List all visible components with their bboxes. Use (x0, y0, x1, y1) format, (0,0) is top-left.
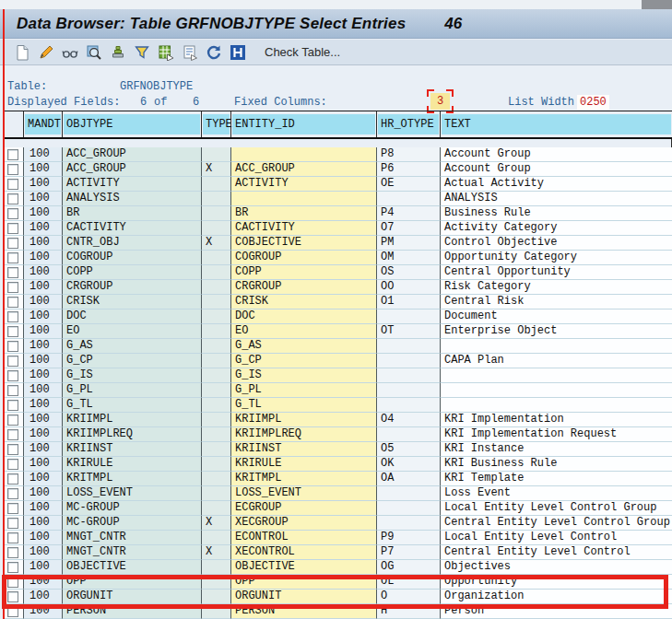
cell-type[interactable] (202, 457, 231, 472)
cell-text[interactable]: Control Objective (441, 236, 672, 251)
row-select-cell[interactable] (4, 206, 24, 221)
row-select-cell[interactable] (4, 604, 24, 619)
cell-type[interactable] (202, 368, 231, 383)
cell-mandt[interactable]: 100 (24, 398, 63, 413)
cell-objtype[interactable]: G_IS (63, 368, 202, 383)
export-spreadsheet-icon[interactable] (157, 43, 174, 61)
cell-entity_id[interactable]: ORGUNIT (231, 590, 377, 604)
cell-type[interactable] (202, 265, 231, 280)
row-checkbox[interactable] (7, 356, 18, 367)
cell-text[interactable] (441, 368, 672, 383)
cell-mandt[interactable]: 100 (24, 442, 63, 457)
column-header-type[interactable]: TYPE (202, 111, 231, 137)
cell-hr_otype[interactable]: O5 (377, 442, 441, 457)
cell-text[interactable] (441, 383, 672, 398)
row-select-cell[interactable] (4, 501, 24, 516)
help-info-icon[interactable] (229, 43, 246, 61)
cell-entity_id[interactable]: PERSON (231, 604, 377, 619)
table-row[interactable]: 100KRIIMPLREQKRIIMPLREQKRI Implementatio… (4, 427, 672, 442)
column-header-text[interactable]: TEXT (441, 111, 672, 137)
cell-mandt[interactable]: 100 (24, 486, 63, 501)
row-select-cell[interactable] (4, 531, 24, 545)
row-checkbox[interactable] (7, 400, 18, 411)
row-checkbox[interactable] (7, 473, 18, 485)
cell-mandt[interactable]: 100 (24, 427, 63, 442)
cell-mandt[interactable]: 100 (24, 295, 63, 310)
cell-text[interactable] (441, 339, 672, 354)
cell-objtype[interactable]: OPP (63, 575, 202, 590)
row-select-cell[interactable] (4, 265, 24, 280)
cell-entity_id[interactable]: KRIIMPLREQ (231, 427, 377, 442)
cell-hr_otype[interactable] (377, 501, 441, 516)
row-select-cell[interactable] (4, 147, 24, 162)
table-row[interactable]: 100KRIRULEKRIRULEOKKRI Business Rule (4, 457, 672, 472)
row-select-cell[interactable] (4, 280, 24, 295)
cell-entity_id[interactable]: XECGROUP (231, 516, 377, 531)
cell-text[interactable]: KRI Template (441, 472, 672, 486)
cell-entity_id[interactable]: OBJECTIVE (231, 560, 377, 575)
edit-pencil-icon[interactable] (37, 43, 54, 61)
cell-hr_otype[interactable]: O7 (377, 221, 441, 236)
cell-objtype[interactable]: COGROUP (63, 251, 202, 265)
check-table-button[interactable]: Check Table... (265, 45, 340, 59)
row-checkbox[interactable] (7, 370, 18, 381)
cell-type[interactable] (202, 251, 231, 265)
cell-hr_otype[interactable]: P6 (377, 162, 441, 177)
table-row[interactable]: 100LOSS_EVENTLOSS_EVENTLoss Event (4, 486, 672, 501)
row-select-cell[interactable] (4, 368, 24, 383)
table-row[interactable]: 100MC-GROUPECGROUPLocal Entity Level Con… (4, 501, 672, 516)
cell-objtype[interactable]: ANALYSIS (63, 192, 202, 206)
row-select-cell[interactable] (4, 516, 24, 531)
row-select-cell[interactable] (4, 590, 24, 604)
table-row[interactable]: 100OPPOPPOLOpportunity (4, 575, 672, 590)
row-checkbox[interactable] (7, 164, 18, 175)
row-select-cell[interactable] (4, 324, 24, 339)
row-select-cell[interactable] (4, 251, 24, 265)
cell-hr_otype[interactable] (377, 339, 441, 354)
cell-text[interactable]: Enterprise Object (441, 324, 672, 339)
row-checkbox[interactable] (7, 518, 18, 529)
cell-type[interactable] (202, 486, 231, 501)
cell-entity_id[interactable]: ECGROUP (231, 501, 377, 516)
cell-text[interactable]: ANALYSIS (441, 192, 672, 206)
cell-text[interactable]: Objectives (441, 560, 672, 575)
cell-hr_otype[interactable]: OL (377, 575, 441, 590)
table-row[interactable]: 100CRGROUPCRGROUPOORisk Category (4, 280, 672, 295)
row-checkbox[interactable] (7, 503, 18, 514)
cell-mandt[interactable]: 100 (24, 383, 63, 398)
cell-hr_otype[interactable] (377, 383, 441, 398)
row-select-cell[interactable] (4, 545, 24, 560)
table-row[interactable]: 100OBJECTIVEOBJECTIVEOGObjectives (4, 560, 672, 575)
row-select-cell[interactable] (4, 457, 24, 472)
new-document-icon[interactable] (13, 43, 30, 61)
cell-type[interactable] (202, 398, 231, 413)
cell-entity_id[interactable]: BR (231, 206, 377, 221)
find-details-icon[interactable] (85, 43, 102, 61)
table-row[interactable]: 100EOEOOTEnterprise Object (4, 324, 672, 339)
cell-mandt[interactable]: 100 (24, 354, 63, 368)
cell-entity_id[interactable]: G_AS (231, 339, 377, 354)
cell-hr_otype[interactable] (377, 398, 441, 413)
cell-text[interactable]: KRI Implementation (441, 413, 672, 427)
row-checkbox[interactable] (7, 252, 18, 263)
cell-hr_otype[interactable] (377, 192, 441, 206)
cell-type[interactable] (202, 442, 231, 457)
cell-text[interactable] (441, 398, 672, 413)
cell-text[interactable]: Central Entity Level Control (441, 545, 672, 560)
cell-mandt[interactable]: 100 (24, 339, 63, 354)
cell-entity_id[interactable]: ACC_GROUP (231, 162, 377, 177)
cell-type[interactable] (202, 221, 231, 236)
cell-entity_id[interactable]: COPP (231, 265, 377, 280)
row-checkbox[interactable] (7, 415, 18, 426)
cell-objtype[interactable]: G_TL (63, 398, 202, 413)
table-row[interactable]: 100G_ASG_AS (4, 339, 672, 354)
cell-entity_id[interactable]: OPP (231, 575, 377, 590)
cell-type[interactable] (202, 560, 231, 575)
cell-objtype[interactable]: KRITMPL (63, 472, 202, 486)
row-select-cell[interactable] (4, 162, 24, 177)
cell-entity_id[interactable]: CACTIVITY (231, 221, 377, 236)
row-checkbox[interactable] (7, 444, 18, 455)
cell-text[interactable]: Central Risk (441, 295, 672, 310)
cell-text[interactable]: Business Rule (441, 206, 672, 221)
cell-mandt[interactable]: 100 (24, 501, 63, 516)
